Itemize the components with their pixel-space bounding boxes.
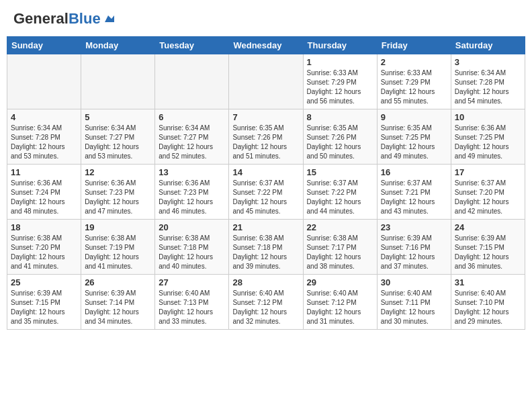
calendar-cell: 7Sunrise: 6:35 AM Sunset: 7:26 PM Daylig…: [229, 109, 303, 165]
sunrise: Sunrise: 6:40 AM: [307, 289, 358, 297]
sunset: Sunset: 7:19 PM: [85, 244, 134, 251]
daylight: Daylight: 12 hours and 29 minutes.: [455, 308, 509, 325]
day-number: 15: [307, 167, 373, 177]
day-info: Sunrise: 6:38 AM Sunset: 7:18 PM Dayligh…: [232, 234, 299, 271]
day-info: Sunrise: 6:33 AM Sunset: 7:29 PM Dayligh…: [307, 68, 373, 106]
day-number: 1: [307, 57, 373, 67]
calendar-cell: 19Sunrise: 6:38 AM Sunset: 7:19 PM Dayli…: [81, 220, 155, 275]
calendar-cell: 26Sunrise: 6:39 AM Sunset: 7:14 PM Dayli…: [81, 275, 155, 330]
calendar-cell: 8Sunrise: 6:35 AM Sunset: 7:26 PM Daylig…: [303, 109, 377, 165]
day-info: Sunrise: 6:34 AM Sunset: 7:28 PM Dayligh…: [455, 68, 521, 106]
daylight: Daylight: 12 hours and 49 minutes.: [455, 143, 509, 160]
day-info: Sunrise: 6:36 AM Sunset: 7:23 PM Dayligh…: [85, 179, 151, 216]
sunset: Sunset: 7:15 PM: [11, 299, 60, 306]
calendar-cell: 28Sunrise: 6:40 AM Sunset: 7:12 PM Dayli…: [229, 275, 303, 330]
calendar-cell: 6Sunrise: 6:34 AM Sunset: 7:27 PM Daylig…: [155, 109, 229, 165]
calendar-cell: 15Sunrise: 6:37 AM Sunset: 7:22 PM Dayli…: [303, 165, 377, 220]
week-row-2: 4Sunrise: 6:34 AM Sunset: 7:28 PM Daylig…: [7, 109, 525, 165]
daylight: Daylight: 12 hours and 42 minutes.: [455, 198, 509, 215]
calendar-cell: [155, 54, 229, 109]
day-info: Sunrise: 6:35 AM Sunset: 7:25 PM Dayligh…: [381, 124, 447, 161]
sunrise: Sunrise: 6:39 AM: [11, 289, 62, 297]
day-info: Sunrise: 6:40 AM Sunset: 7:10 PM Dayligh…: [455, 289, 521, 326]
sunrise: Sunrise: 6:39 AM: [455, 234, 506, 242]
sunset: Sunset: 7:20 PM: [11, 244, 60, 251]
sunrise: Sunrise: 6:37 AM: [232, 179, 283, 187]
day-info: Sunrise: 6:35 AM Sunset: 7:26 PM Dayligh…: [232, 124, 299, 161]
day-number: 7: [232, 112, 299, 122]
daylight: Daylight: 12 hours and 51 minutes.: [232, 143, 287, 160]
sunrise: Sunrise: 6:35 AM: [381, 124, 432, 132]
daylight: Daylight: 12 hours and 32 minutes.: [232, 308, 287, 325]
daylight: Daylight: 12 hours and 35 minutes.: [11, 308, 65, 325]
daylight: Daylight: 12 hours and 40 minutes.: [159, 253, 213, 270]
sunset: Sunset: 7:21 PM: [381, 189, 431, 196]
daylight: Daylight: 12 hours and 47 minutes.: [85, 198, 139, 215]
day-info: Sunrise: 6:39 AM Sunset: 7:14 PM Dayligh…: [85, 289, 151, 326]
day-number: 5: [85, 112, 151, 122]
calendar-cell: 23Sunrise: 6:39 AM Sunset: 7:16 PM Dayli…: [377, 220, 451, 275]
calendar-cell: 14Sunrise: 6:37 AM Sunset: 7:22 PM Dayli…: [229, 165, 303, 220]
daylight: Daylight: 12 hours and 56 minutes.: [307, 88, 361, 105]
header: GeneralBlue: [7, 7, 525, 31]
daylight: Daylight: 12 hours and 53 minutes.: [85, 143, 139, 160]
calendar-cell: 18Sunrise: 6:38 AM Sunset: 7:20 PM Dayli…: [7, 220, 81, 275]
calendar-cell: 10Sunrise: 6:36 AM Sunset: 7:25 PM Dayli…: [451, 109, 525, 165]
day-number: 29: [307, 277, 373, 287]
day-info: Sunrise: 6:40 AM Sunset: 7:11 PM Dayligh…: [381, 289, 447, 326]
sunset: Sunset: 7:18 PM: [232, 244, 282, 251]
daylight: Daylight: 12 hours and 34 minutes.: [85, 308, 139, 325]
sunrise: Sunrise: 6:35 AM: [307, 124, 358, 132]
calendar-cell: 20Sunrise: 6:38 AM Sunset: 7:18 PM Dayli…: [155, 220, 229, 275]
week-row-1: 1Sunrise: 6:33 AM Sunset: 7:29 PM Daylig…: [7, 54, 525, 109]
day-number: 31: [455, 277, 521, 287]
day-info: Sunrise: 6:38 AM Sunset: 7:17 PM Dayligh…: [307, 234, 373, 271]
sunrise: Sunrise: 6:33 AM: [307, 69, 358, 77]
calendar-cell: 27Sunrise: 6:40 AM Sunset: 7:13 PM Dayli…: [155, 275, 229, 330]
column-header-wednesday: Wednesday: [229, 37, 303, 54]
daylight: Daylight: 12 hours and 37 minutes.: [381, 253, 435, 270]
day-number: 3: [455, 57, 521, 67]
calendar-cell: 24Sunrise: 6:39 AM Sunset: 7:15 PM Dayli…: [451, 220, 525, 275]
sunrise: Sunrise: 6:34 AM: [85, 124, 136, 132]
day-number: 19: [85, 222, 151, 232]
day-number: 30: [381, 277, 447, 287]
sunrise: Sunrise: 6:37 AM: [307, 179, 358, 187]
column-header-saturday: Saturday: [451, 37, 525, 54]
sunrise: Sunrise: 6:38 AM: [307, 234, 358, 242]
sunset: Sunset: 7:27 PM: [159, 134, 208, 141]
sunrise: Sunrise: 6:35 AM: [232, 124, 283, 132]
day-info: Sunrise: 6:36 AM Sunset: 7:24 PM Dayligh…: [11, 179, 77, 216]
day-number: 2: [381, 57, 447, 67]
logo-text: GeneralBlue: [13, 10, 101, 28]
daylight: Daylight: 12 hours and 45 minutes.: [232, 198, 287, 215]
column-header-tuesday: Tuesday: [155, 37, 229, 54]
sunset: Sunset: 7:18 PM: [159, 244, 208, 251]
daylight: Daylight: 12 hours and 54 minutes.: [455, 88, 509, 105]
column-header-friday: Friday: [377, 37, 451, 54]
calendar-cell: 21Sunrise: 6:38 AM Sunset: 7:18 PM Dayli…: [229, 220, 303, 275]
sunrise: Sunrise: 6:38 AM: [85, 234, 136, 242]
day-number: 25: [11, 277, 77, 287]
sunrise: Sunrise: 6:34 AM: [159, 124, 210, 132]
week-row-4: 18Sunrise: 6:38 AM Sunset: 7:20 PM Dayli…: [7, 220, 525, 275]
day-info: Sunrise: 6:39 AM Sunset: 7:15 PM Dayligh…: [11, 289, 77, 326]
calendar-body: 1Sunrise: 6:33 AM Sunset: 7:29 PM Daylig…: [7, 54, 525, 330]
logo-icon: [102, 13, 114, 25]
sunrise: Sunrise: 6:38 AM: [232, 234, 283, 242]
daylight: Daylight: 12 hours and 38 minutes.: [307, 253, 361, 270]
svg-marker-0: [105, 15, 114, 22]
sunset: Sunset: 7:24 PM: [11, 189, 60, 196]
sunrise: Sunrise: 6:37 AM: [455, 179, 506, 187]
daylight: Daylight: 12 hours and 52 minutes.: [159, 143, 213, 160]
daylight: Daylight: 12 hours and 41 minutes.: [85, 253, 139, 270]
calendar-cell: 17Sunrise: 6:37 AM Sunset: 7:20 PM Dayli…: [451, 165, 525, 220]
calendar-cell: [229, 54, 303, 109]
day-info: Sunrise: 6:38 AM Sunset: 7:19 PM Dayligh…: [85, 234, 151, 271]
sunset: Sunset: 7:28 PM: [11, 134, 60, 141]
daylight: Daylight: 12 hours and 33 minutes.: [159, 308, 213, 325]
sunrise: Sunrise: 6:40 AM: [232, 289, 283, 297]
daylight: Daylight: 12 hours and 46 minutes.: [159, 198, 213, 215]
day-info: Sunrise: 6:39 AM Sunset: 7:15 PM Dayligh…: [455, 234, 521, 271]
sunrise: Sunrise: 6:37 AM: [381, 179, 432, 187]
